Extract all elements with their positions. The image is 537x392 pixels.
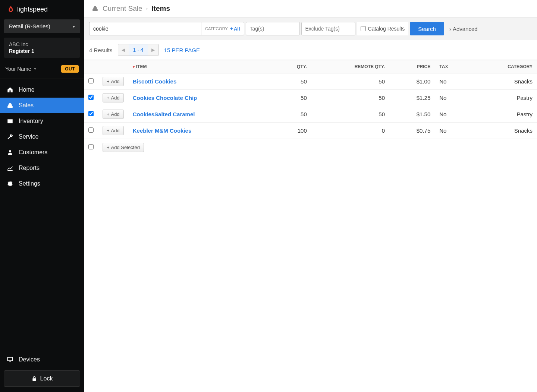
items-table: ▾ITEM QTY. REMOTE QTY. PRICE TAX CATEGOR… xyxy=(84,60,537,156)
nav-label: Home xyxy=(19,86,35,93)
search-input[interactable] xyxy=(89,22,201,35)
svg-rect-3 xyxy=(7,119,13,120)
pager-prev[interactable]: ◀ xyxy=(118,44,129,56)
nav-settings[interactable]: Settings xyxy=(0,176,84,192)
breadcrumb-current: Items xyxy=(151,4,170,13)
col-add xyxy=(98,60,128,73)
per-page-select[interactable]: 15 PER PAGE xyxy=(164,47,200,53)
nav-label: Devices xyxy=(19,356,40,363)
col-tax[interactable]: TAX xyxy=(435,60,470,73)
series-label: Retail (R-Series) xyxy=(9,23,50,29)
company-name: ABC Inc xyxy=(9,41,75,47)
breadcrumb-parent[interactable]: Current Sale xyxy=(103,4,142,13)
col-select xyxy=(84,60,98,73)
item-link[interactable]: Biscotti Cookies xyxy=(128,73,274,90)
nav-label: Service xyxy=(19,133,38,140)
nav-reports[interactable]: Reports xyxy=(0,160,84,176)
results-count: 4 Results xyxy=(89,47,113,53)
item-link[interactable]: Cookies Chocolate Chip xyxy=(128,90,274,106)
cell-remote-qty: 50 xyxy=(311,106,389,123)
add-button[interactable]: +Add xyxy=(103,93,124,102)
item-link[interactable]: Keebler M&M Cookies xyxy=(128,123,274,139)
nav-sales[interactable]: Sales xyxy=(0,98,84,113)
exclude-tags-input[interactable] xyxy=(301,22,355,35)
chevron-right-icon: › xyxy=(146,6,148,12)
svg-point-4 xyxy=(9,150,11,152)
nav-label: Settings xyxy=(19,180,40,187)
tags-input[interactable] xyxy=(246,22,300,35)
nav-label: Reports xyxy=(19,165,40,171)
plus-icon: + xyxy=(107,128,110,133)
col-qty[interactable]: QTY. xyxy=(274,60,311,73)
lock-icon xyxy=(31,376,37,382)
category-filter[interactable]: CATEGORY +All xyxy=(201,22,244,35)
cell-price: $1.25 xyxy=(389,90,435,106)
col-category[interactable]: CATEGORY xyxy=(470,60,537,73)
svg-rect-2 xyxy=(7,120,13,123)
row-checkbox[interactable] xyxy=(88,95,94,100)
cell-qty: 50 xyxy=(274,90,311,106)
cell-qty: 50 xyxy=(274,106,311,123)
lock-button[interactable]: Lock xyxy=(4,370,80,387)
select-all-footer-checkbox[interactable] xyxy=(88,144,94,149)
advanced-toggle[interactable]: › Advanced xyxy=(449,26,478,32)
nav-service[interactable]: Service xyxy=(0,129,84,145)
cell-remote-qty: 0 xyxy=(311,123,389,139)
col-item[interactable]: ▾ITEM xyxy=(128,60,274,73)
cell-tax: No xyxy=(435,106,470,123)
nav: Home Sales Inventory Service Customers R… xyxy=(0,79,84,352)
add-label: Add xyxy=(111,79,120,84)
col-price[interactable]: PRICE xyxy=(389,60,435,73)
cell-remote-qty: 50 xyxy=(311,73,389,90)
row-checkbox[interactable] xyxy=(88,111,94,116)
nav-devices[interactable]: Devices xyxy=(0,352,84,367)
add-button[interactable]: +Add xyxy=(103,126,124,135)
chart-icon xyxy=(7,165,13,171)
results-bar: 4 Results ◀ 1 - 4 ▶ 15 PER PAGE xyxy=(84,40,537,60)
cell-qty: 50 xyxy=(274,73,311,90)
monitor-icon xyxy=(7,356,13,363)
add-selected-label: Add Selected xyxy=(111,145,140,150)
store-box[interactable]: ABC Inc Register 1 xyxy=(4,38,80,58)
row-checkbox[interactable] xyxy=(88,78,94,83)
table-row: +AddCookiesSalted Caramel5050$1.50NoPast… xyxy=(84,106,537,123)
add-button[interactable]: +Add xyxy=(103,110,124,119)
person-icon xyxy=(7,149,13,156)
table-footer: + Add Selected xyxy=(84,139,537,156)
item-link[interactable]: CookiesSalted Caramel xyxy=(128,106,274,123)
plus-icon: + xyxy=(107,95,110,101)
out-button[interactable]: OUT xyxy=(61,65,79,73)
svg-rect-10 xyxy=(32,378,36,381)
add-button[interactable]: +Add xyxy=(103,77,124,86)
catalog-results-checkbox[interactable] xyxy=(361,26,366,31)
pager-next[interactable]: ▶ xyxy=(148,44,158,56)
col-remote-qty[interactable]: REMOTE QTY. xyxy=(311,60,389,73)
add-selected-button[interactable]: + Add Selected xyxy=(103,143,144,152)
nav-home[interactable]: Home xyxy=(0,82,84,98)
home-icon xyxy=(7,86,13,93)
advanced-label: Advanced xyxy=(453,26,478,32)
search-button[interactable]: Search xyxy=(410,22,444,35)
row-checkbox[interactable] xyxy=(88,127,94,133)
chevron-right-icon: › xyxy=(449,26,451,32)
lock-label: Lock xyxy=(40,375,53,382)
svg-rect-11 xyxy=(92,9,98,11)
box-icon xyxy=(7,118,13,124)
plus-icon: + xyxy=(107,111,110,117)
search-row: CATEGORY +All Catalog Results Search › A… xyxy=(84,18,537,40)
nav-customers[interactable]: Customers xyxy=(0,145,84,160)
cell-tax: No xyxy=(435,73,470,90)
catalog-results-toggle[interactable]: Catalog Results xyxy=(357,22,409,35)
register-icon xyxy=(7,102,13,109)
series-selector[interactable]: Retail (R-Series) ▾ xyxy=(4,19,80,33)
cell-price: $0.75 xyxy=(389,123,435,139)
register-icon xyxy=(91,5,99,12)
nav-inventory[interactable]: Inventory xyxy=(0,113,84,129)
user-menu[interactable]: Your Name ▼ xyxy=(5,66,37,72)
breadcrumb: Current Sale › Items xyxy=(84,0,537,18)
cell-price: $1.50 xyxy=(389,106,435,123)
category-label: CATEGORY xyxy=(205,26,228,31)
cell-category: Snacks xyxy=(470,123,537,139)
nav-label: Customers xyxy=(19,149,47,156)
add-label: Add xyxy=(111,95,120,101)
